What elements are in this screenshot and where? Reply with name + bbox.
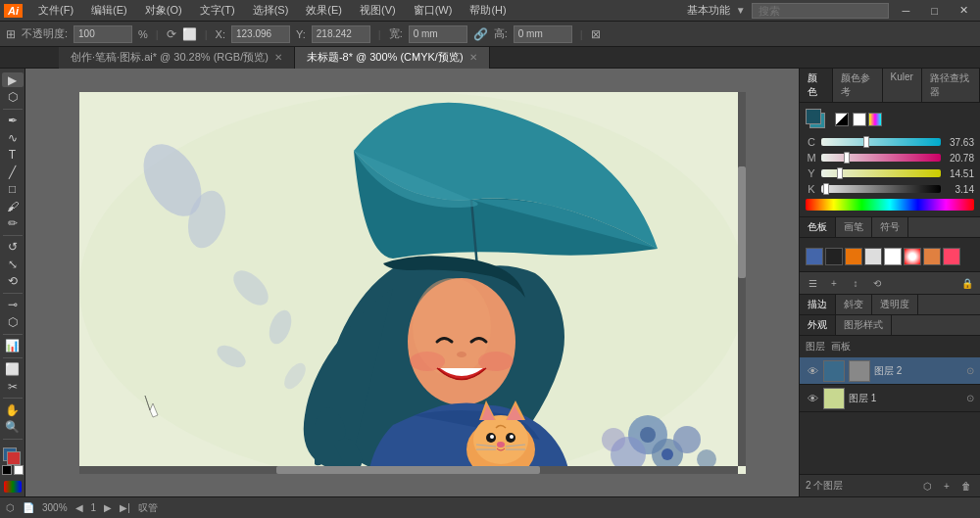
layer-eye-2[interactable]: 👁	[806, 364, 819, 378]
opacity-input[interactable]	[74, 25, 132, 43]
layer-make-mask-btn[interactable]: ⬡	[919, 478, 935, 494]
k-slider[interactable]	[821, 185, 941, 193]
tool-warp[interactable]: ⟲	[2, 274, 24, 289]
tool-blend[interactable]: ⬡	[2, 314, 24, 329]
c-slider[interactable]	[821, 138, 941, 146]
fill-none-icon[interactable]	[853, 113, 866, 126]
swatches-tab-brush[interactable]: 画笔	[836, 217, 872, 237]
tool-pencil[interactable]: ✏	[2, 215, 24, 230]
status-nav-next[interactable]: ▶	[104, 502, 112, 513]
layer-lock-2[interactable]: ⊙	[966, 365, 974, 376]
layer-new-btn[interactable]: +	[939, 478, 955, 494]
layer-item-1[interactable]: 👁 图层 1 ⊙	[800, 385, 980, 412]
tool-line[interactable]: ╱	[2, 165, 24, 179]
menu-edit[interactable]: 编辑(E)	[83, 1, 135, 20]
search-input[interactable]	[752, 3, 889, 19]
menu-help[interactable]: 帮助(H)	[462, 1, 514, 20]
swatch-radial[interactable]	[904, 248, 921, 265]
grid-icon[interactable]: ⊠	[591, 27, 601, 41]
x-input[interactable]	[231, 25, 290, 43]
swatches-tab-swatches[interactable]: 色板	[800, 217, 836, 237]
color-mode-icon[interactable]	[868, 113, 882, 126]
layers-arrange-btn[interactable]: ↕	[847, 274, 864, 292]
layers-new-btn[interactable]: +	[825, 274, 843, 292]
y-slider[interactable]	[821, 169, 941, 177]
swatch-pink[interactable]	[943, 248, 960, 265]
menu-object[interactable]: 对象(O)	[137, 1, 190, 20]
tab-close-1[interactable]: ✕	[469, 52, 477, 63]
link-icon[interactable]: 🔗	[473, 27, 488, 41]
color-white[interactable]	[14, 465, 24, 475]
tab-1[interactable]: 未标题-8* @ 300% (CMYK/预览) ✕	[295, 47, 490, 69]
appearance-subtab-appearance[interactable]: 外观	[800, 315, 836, 335]
layer-option-artboard[interactable]: 画板	[831, 340, 851, 353]
layer-option-layer[interactable]: 图层	[806, 340, 825, 353]
h-input[interactable]	[514, 25, 572, 43]
layer-eye-1[interactable]: 👁	[806, 392, 819, 405]
tool-scale[interactable]: ⤡	[2, 257, 24, 271]
tool-paintbrush[interactable]: 🖌	[2, 199, 24, 213]
tool-pen[interactable]: ✒	[2, 114, 24, 128]
tool-artboard[interactable]: ⬜	[2, 362, 24, 377]
panel-tab-kuler[interactable]: Kuler	[883, 69, 922, 102]
menu-text[interactable]: 文字(T)	[192, 1, 243, 20]
layer-lock-1[interactable]: ⊙	[966, 393, 974, 403]
tool-shape[interactable]: □	[2, 182, 24, 197]
panel-tab-color[interactable]: 颜色	[800, 69, 833, 102]
vertical-scrollbar[interactable]	[738, 92, 746, 466]
tool-slice[interactable]: ✂	[2, 379, 24, 394]
appearance-subtab-graphic-styles[interactable]: 图形样式	[836, 315, 892, 335]
color-mode-icon[interactable]	[4, 481, 22, 493]
swatch-white[interactable]	[884, 248, 902, 265]
tab-0[interactable]: 创作·笔稿·图标.ai* @ 30.28% (RGB/预览) ✕	[59, 47, 295, 69]
w-input[interactable]	[409, 25, 467, 43]
tool-zoom[interactable]: 🔍	[2, 420, 24, 435]
tab-close-0[interactable]: ✕	[274, 52, 282, 63]
default-colors-icon[interactable]	[835, 113, 849, 126]
fill-stroke-squares[interactable]	[806, 109, 831, 130]
tool-column-chart[interactable]: 📊	[2, 338, 24, 353]
align-icon[interactable]: ⬜	[182, 27, 197, 41]
y-input[interactable]	[312, 25, 370, 43]
swatches-tab-symbol[interactable]: 符号	[872, 217, 908, 237]
menu-view[interactable]: 视图(V)	[352, 1, 404, 20]
layer-item-2[interactable]: 👁 图层 2 ⊙	[800, 357, 980, 385]
layers-visibility-btn[interactable]: ⟲	[868, 274, 886, 292]
appearance-tab-opacity[interactable]: 透明度	[872, 295, 918, 314]
transform-icon[interactable]: ⟳	[167, 27, 176, 41]
swatch-blue[interactable]	[806, 248, 823, 265]
tool-hand[interactable]: ✋	[2, 402, 24, 417]
panel-tab-color-ref[interactable]: 颜色参考	[833, 69, 883, 102]
panel-tab-pathfinder[interactable]: 路径查找器	[922, 69, 980, 102]
canvas-area[interactable]	[25, 69, 799, 496]
status-nav-last[interactable]: ▶|	[120, 502, 130, 513]
minimize-button[interactable]: ─	[895, 3, 918, 19]
fill-stroke-indicator[interactable]	[3, 447, 23, 461]
tool-rotate[interactable]: ↺	[2, 240, 24, 255]
tool-type[interactable]: T	[2, 148, 24, 163]
workspace-label[interactable]: 基本功能	[687, 3, 730, 18]
color-spectrum[interactable]	[806, 199, 974, 211]
menu-window[interactable]: 窗口(W)	[406, 1, 461, 20]
status-nav-prev[interactable]: ◀	[75, 502, 83, 513]
layer-delete-btn[interactable]: 🗑	[958, 478, 974, 494]
swatch-light-grey[interactable]	[864, 248, 882, 265]
layers-lock-btn[interactable]: 🔒	[958, 274, 976, 292]
horizontal-scrollbar[interactable]	[79, 466, 738, 474]
swatch-black[interactable]	[825, 248, 843, 265]
workspace-dropdown-icon[interactable]: ▼	[736, 5, 746, 16]
zoom-level[interactable]: 300%	[42, 502, 68, 513]
menu-select[interactable]: 选择(S)	[245, 1, 297, 20]
close-button[interactable]: ✕	[952, 2, 976, 19]
color-black[interactable]	[2, 465, 12, 475]
appearance-tab-stroke[interactable]: 描边	[800, 295, 836, 314]
swatch-warm-orange[interactable]	[923, 248, 941, 265]
menu-effect[interactable]: 效果(E)	[298, 1, 350, 20]
layers-options-btn[interactable]: ☰	[804, 274, 821, 292]
swatch-orange[interactable]	[845, 248, 862, 265]
tool-direct-select[interactable]: ⬡	[2, 89, 24, 104]
appearance-tab-gradient[interactable]: 斜变	[836, 295, 872, 314]
tool-width[interactable]: ⊸	[2, 298, 24, 312]
tool-curvature[interactable]: ∿	[2, 130, 24, 145]
menu-file[interactable]: 文件(F)	[30, 1, 81, 20]
